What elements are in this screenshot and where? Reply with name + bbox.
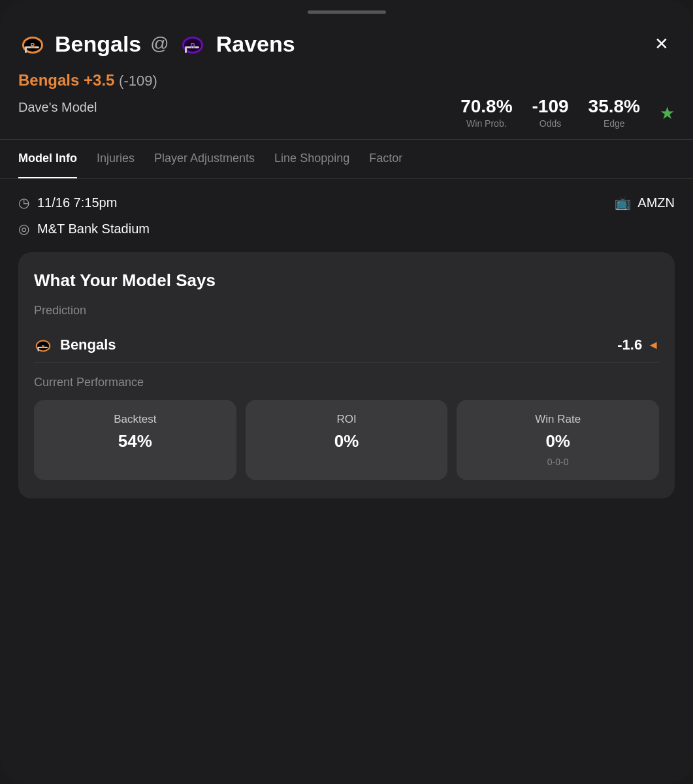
at-sign: @ bbox=[150, 33, 169, 54]
prediction-section-label: Prediction bbox=[34, 304, 659, 318]
header-left: B Bengals @ R Ravens bbox=[18, 29, 295, 58]
venue-row: ◎ M&T Bank Stadium bbox=[18, 221, 675, 237]
backtest-value: 54% bbox=[118, 431, 152, 451]
header: B Bengals @ R Ravens ✕ bbox=[0, 19, 693, 71]
bengals-mini-helmet: B bbox=[34, 336, 52, 354]
star-icon: ★ bbox=[660, 103, 675, 123]
triangle-icon: ◄ bbox=[647, 338, 659, 352]
roi-value: 0% bbox=[334, 431, 359, 451]
roi-label: ROI bbox=[336, 413, 356, 426]
backtest-card: Backtest 54% bbox=[34, 400, 236, 480]
close-button[interactable]: ✕ bbox=[649, 31, 675, 57]
tabs-container[interactable]: Model Info Injuries Player Adjustments L… bbox=[0, 140, 693, 179]
pick-spread: +3.5 bbox=[84, 71, 114, 89]
edge-value: 35.8% bbox=[588, 96, 640, 117]
model-row: Dave's Model 70.8% Win Prob. -109 Odds 3… bbox=[18, 96, 675, 129]
card-title: What Your Model Says bbox=[34, 270, 659, 291]
tab-line-shopping[interactable]: Line Shopping bbox=[274, 140, 349, 178]
clock-icon: ◷ bbox=[18, 195, 29, 210]
prediction-score: -1.6 bbox=[617, 336, 642, 353]
pick-odds: (-109) bbox=[119, 73, 157, 89]
tab-model-info[interactable]: Model Info bbox=[18, 140, 77, 178]
odds-block: -109 Odds bbox=[532, 96, 569, 129]
performance-section-label: Current Performance bbox=[34, 376, 659, 389]
away-team-name: Bengals bbox=[55, 31, 141, 57]
edge-label: Edge bbox=[604, 118, 625, 129]
tab-factor[interactable]: Factor bbox=[369, 140, 402, 178]
stats-row: 70.8% Win Prob. -109 Odds 35.8% Edge ★ bbox=[460, 96, 675, 129]
model-card: What Your Model Says Prediction B Bengal… bbox=[18, 252, 675, 498]
pick-line: Bengals +3.5 (-109) bbox=[18, 71, 675, 90]
odds-label: Odds bbox=[540, 118, 561, 129]
performance-cards: Backtest 54% ROI 0% Win Rate 0% 0-0-0 bbox=[34, 400, 659, 480]
win-prob-value: 70.8% bbox=[460, 96, 512, 117]
odds-value: -109 bbox=[532, 96, 569, 117]
prediction-team-name: Bengals bbox=[60, 336, 116, 353]
win-rate-record: 0-0-0 bbox=[547, 457, 569, 467]
content-area: ◷ 11/16 7:15pm 📺 AMZN ◎ M&T Bank Stadium… bbox=[0, 179, 693, 784]
tab-injuries[interactable]: Injuries bbox=[97, 140, 135, 178]
backtest-label: Backtest bbox=[114, 413, 156, 426]
win-rate-card: Win Rate 0% 0-0-0 bbox=[457, 400, 659, 480]
svg-text:B: B bbox=[30, 42, 35, 50]
edge-block: 35.8% Edge bbox=[588, 96, 640, 129]
prediction-row: B Bengals -1.6 ◄ bbox=[34, 328, 659, 363]
home-team-name: Ravens bbox=[216, 31, 295, 57]
bengals-helmet: B bbox=[18, 29, 47, 58]
venue-text: M&T Bank Stadium bbox=[37, 221, 150, 237]
prediction-value: -1.6 ◄ bbox=[617, 336, 659, 353]
win-rate-label: Win Rate bbox=[535, 413, 581, 426]
phone-container: B Bengals @ R Ravens ✕ bbox=[0, 0, 693, 784]
datetime-text: 11/16 7:15pm bbox=[37, 195, 117, 210]
svg-text:B: B bbox=[41, 344, 44, 349]
datetime-row: ◷ 11/16 7:15pm 📺 AMZN bbox=[18, 195, 675, 210]
top-bar bbox=[0, 0, 693, 19]
win-prob-block: 70.8% Win Prob. bbox=[460, 96, 512, 129]
svg-text:R: R bbox=[190, 42, 195, 50]
ravens-helmet: R bbox=[178, 29, 207, 58]
tv-icon: 📺 bbox=[615, 195, 631, 210]
pick-team: Bengals bbox=[18, 71, 79, 89]
broadcast-text: AMZN bbox=[637, 195, 675, 210]
location-icon: ◎ bbox=[18, 221, 29, 237]
win-rate-value: 0% bbox=[545, 431, 570, 451]
prediction-team: B Bengals bbox=[34, 336, 116, 354]
model-name: Dave's Model bbox=[18, 96, 97, 115]
broadcast-info: 📺 AMZN bbox=[615, 195, 675, 210]
subtitle-section: Bengals +3.5 (-109) Dave's Model 70.8% W… bbox=[0, 71, 693, 139]
win-prob-label: Win Prob. bbox=[466, 118, 506, 129]
tab-player-adjustments[interactable]: Player Adjustments bbox=[154, 140, 255, 178]
header-title: Bengals @ R Ravens bbox=[55, 29, 295, 58]
roi-card: ROI 0% bbox=[246, 400, 448, 480]
top-indicator bbox=[308, 10, 386, 14]
